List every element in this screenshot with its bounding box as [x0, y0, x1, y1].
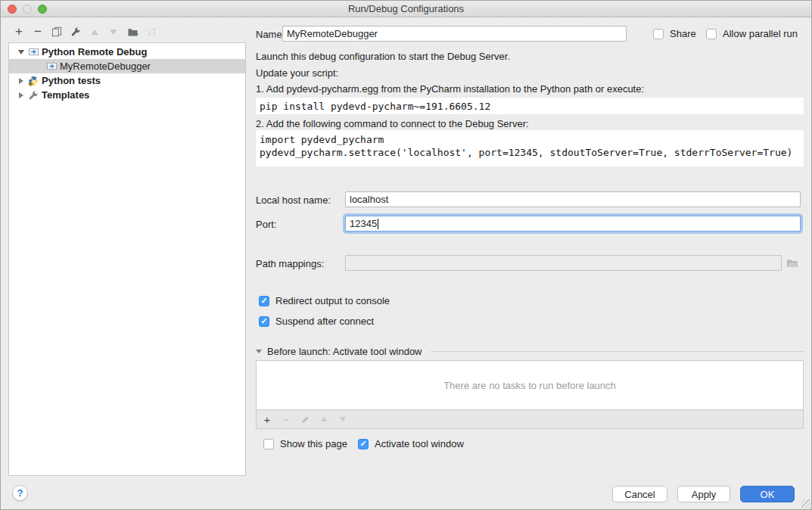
- redirect-output-label: Redirect output to console: [275, 295, 390, 306]
- python-tests-icon: [27, 75, 39, 87]
- code-line-1: import pydevd_pycharm: [260, 134, 384, 145]
- show-this-page-label: Show this page: [280, 438, 347, 449]
- apply-button[interactable]: Apply: [677, 486, 730, 502]
- settrace-code-snippet: import pydevd_pycharm pydevd_pycharm.set…: [256, 130, 804, 166]
- resize-grip[interactable]: [801, 499, 810, 508]
- path-mappings-input[interactable]: [345, 255, 782, 271]
- move-up-icon[interactable]: [89, 26, 101, 38]
- minimize-window-button[interactable]: [23, 5, 32, 14]
- close-window-button[interactable]: [8, 5, 17, 14]
- collapse-section-icon[interactable]: [256, 350, 262, 353]
- activate-tool-window-checkbox-row[interactable]: Activate tool window: [358, 438, 464, 449]
- browse-folder-icon[interactable]: [786, 257, 798, 271]
- help-icon: ?: [17, 487, 23, 499]
- empty-tasks-text: There are no tasks to run before launch: [443, 380, 616, 391]
- tree-item-label: Python tests: [42, 75, 105, 86]
- name-label: Name:: [256, 29, 285, 40]
- edit-templates-wrench-icon[interactable]: [70, 26, 82, 38]
- redirect-output-checkbox-row[interactable]: Redirect output to console: [259, 295, 390, 306]
- local-host-name-label: Local host name:: [256, 194, 331, 206]
- local-host-name-input[interactable]: [345, 191, 801, 207]
- allow-parallel-run-checkbox-row[interactable]: Allow parallel run: [706, 28, 798, 39]
- expand-collapse-icon[interactable]: [17, 92, 26, 98]
- new-folder-icon[interactable]: [126, 26, 138, 38]
- before-launch-task-list[interactable]: There are no tasks to run before launch: [256, 360, 804, 410]
- before-launch-toolbar: + −: [256, 410, 804, 429]
- tree-item-my-remote-debugger[interactable]: MyRemoteDebugger: [9, 59, 245, 73]
- before-launch-section-header[interactable]: Before launch: Activate tool window: [256, 346, 804, 357]
- move-task-down-icon[interactable]: [338, 414, 348, 424]
- cancel-button[interactable]: Cancel: [612, 486, 667, 502]
- activate-tool-window-checkbox[interactable]: [358, 439, 369, 449]
- templates-wrench-icon: [27, 89, 39, 101]
- titlebar[interactable]: Run/Debug Configurations: [1, 1, 811, 17]
- expand-collapse-icon[interactable]: [17, 78, 26, 84]
- traffic-lights: [8, 5, 47, 14]
- path-mappings-label: Path mappings:: [256, 258, 324, 269]
- remote-debug-config-icon: [27, 46, 39, 58]
- share-label: Share: [670, 28, 696, 39]
- ok-button[interactable]: OK: [740, 486, 795, 502]
- share-checkbox-row[interactable]: Share: [653, 28, 696, 39]
- expand-collapse-icon[interactable]: [17, 50, 26, 54]
- port-label: Port:: [256, 219, 276, 230]
- suspend-after-connect-checkbox-row[interactable]: Suspend after connect: [259, 316, 374, 327]
- help-button[interactable]: ?: [12, 485, 28, 501]
- allow-parallel-run-checkbox[interactable]: [706, 29, 717, 39]
- remove-task-icon[interactable]: −: [281, 414, 291, 424]
- step-2-text: 2. Add the following command to connect …: [256, 118, 529, 129]
- remote-debug-config-icon: [45, 61, 58, 73]
- share-checkbox[interactable]: [653, 29, 664, 39]
- code-line-2: pydevd_pycharm.settrace('localhost', por…: [260, 147, 792, 158]
- sort-alphabetically-icon[interactable]: ↓az: [145, 26, 157, 38]
- description-line-2: Update your script:: [256, 67, 338, 79]
- section-divider: [431, 351, 804, 352]
- show-this-page-checkbox-row[interactable]: Show this page: [263, 438, 347, 449]
- configurations-toolbar: + − ↓az: [13, 24, 157, 39]
- tree-item-label: MyRemoteDebugger: [60, 61, 155, 72]
- tree-item-python-tests[interactable]: Python tests: [9, 73, 245, 88]
- before-launch-title: Before launch: Activate tool window: [267, 346, 422, 357]
- tree-item-label: Templates: [42, 89, 94, 101]
- redirect-output-checkbox[interactable]: [259, 296, 269, 306]
- tree-item-label: Python Remote Debug: [42, 46, 151, 58]
- edit-task-icon[interactable]: [300, 414, 310, 424]
- show-this-page-checkbox[interactable]: [263, 439, 274, 449]
- description-line-1: Launch this debug configuration to start…: [256, 51, 510, 62]
- move-down-icon[interactable]: [107, 26, 120, 38]
- activate-tool-window-label: Activate tool window: [375, 438, 464, 449]
- run-debug-configurations-dialog: Run/Debug Configurations + − ↓az Python …: [0, 0, 812, 510]
- configurations-tree: Python Remote Debug MyRemoteDebugger Pyt…: [8, 42, 246, 476]
- add-configuration-icon[interactable]: +: [13, 26, 25, 38]
- step-1-text: 1. Add pydevd-pycharm.egg from the PyCha…: [256, 83, 644, 95]
- text-cursor: [378, 219, 378, 229]
- copy-configuration-icon[interactable]: [51, 26, 63, 38]
- remove-configuration-icon[interactable]: −: [32, 26, 44, 38]
- tree-item-python-remote-debug[interactable]: Python Remote Debug: [9, 45, 245, 59]
- port-input[interactable]: 12345: [345, 216, 801, 232]
- suspend-after-connect-label: Suspend after connect: [275, 316, 374, 327]
- zoom-window-button[interactable]: [38, 5, 47, 14]
- suspend-after-connect-checkbox[interactable]: [259, 316, 269, 327]
- add-task-icon[interactable]: +: [262, 414, 272, 424]
- name-input[interactable]: [282, 26, 627, 42]
- move-task-up-icon[interactable]: [319, 414, 329, 424]
- tree-item-templates[interactable]: Templates: [9, 88, 245, 102]
- allow-parallel-run-label: Allow parallel run: [723, 28, 798, 39]
- pip-command-snippet: pip install pydevd-pycharm~=191.6605.12: [256, 98, 804, 114]
- window-title: Run/Debug Configurations: [348, 3, 464, 14]
